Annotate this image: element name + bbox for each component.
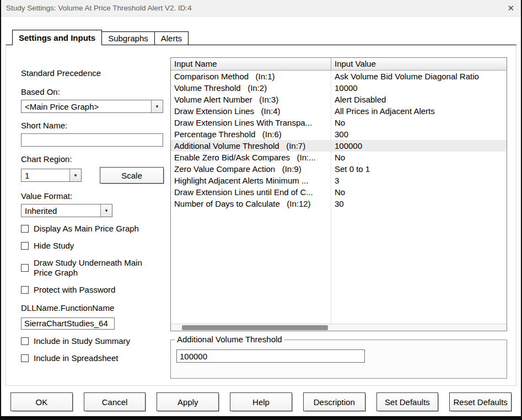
checkbox[interactable] [21,354,29,362]
chevron-down-icon[interactable]: ▼ [100,204,112,217]
table-row[interactable]: Volume Threshold (In:2) 10000 [171,82,507,94]
checkbox-label: Include in Spreadsheet [34,353,118,364]
table-row-empty [171,279,507,290]
checkbox[interactable] [21,242,29,250]
input-name-cell: Draw Extension Lines until End of C... [171,186,331,198]
checkbox-label: Include in Study Summary [34,336,130,347]
input-value-cell [331,256,507,267]
based-on-label: Based On: [21,87,169,96]
inputs-table: Input Name Input Value Comparison Method… [170,57,507,331]
dll-name-label: DLLName.FunctionName [21,303,169,313]
checkbox-label: Protect with Password [34,285,115,295]
value-format-dropdown[interactable]: Inherited ▼ [21,204,112,217]
table-row[interactable]: Zero Value Compare Action (In:9) Set 0 t… [171,163,507,175]
apply-button[interactable]: Apply [157,392,219,411]
table-row[interactable]: Draw Extension Lines (In:4) All Prices i… [171,105,507,117]
selected-input-value-field[interactable] [176,349,365,363]
tab-subgraphs[interactable]: Subgraphs [101,31,155,45]
input-value-cell: 100000 [331,140,507,152]
input-value-cell [331,244,507,256]
checkbox[interactable] [21,286,29,294]
right-inputs-column: Input Name Input Value Comparison Method… [169,45,516,385]
checkbox-include-in-study-summary[interactable]: Include in Study Summary [21,336,169,347]
reset-defaults-button[interactable]: Reset Defaults [449,392,512,411]
chart-region-dropdown[interactable]: 1 ▼ [21,169,82,182]
input-name-cell [171,209,331,221]
table-row-empty [171,256,507,267]
input-name-cell [171,279,331,290]
table-row-empty [171,233,507,244]
tab-alerts[interactable]: Alerts [154,31,189,45]
chart-region-value: 1 [21,171,69,180]
scale-button[interactable]: Scale [100,167,164,184]
table-row[interactable]: Percentage Threshold (In:6) 300 [171,128,507,140]
chevron-down-icon[interactable]: ▼ [69,169,81,181]
input-name-cell: Enable Zero Bid/Ask Compares (In:... [171,152,331,163]
table-row[interactable]: Draw Extension Lines With Transpa... No [171,117,507,128]
input-value-cell [331,267,507,279]
help-button[interactable]: Help [230,392,292,411]
checkbox-hide-study[interactable]: Hide Study [21,241,169,251]
value-format-value: Inherited [21,206,100,216]
table-row-empty [171,244,507,256]
table-row[interactable]: Volume Alert Number (In:3) Alert Disable… [171,94,507,105]
short-name-input[interactable] [21,133,163,147]
input-name-cell: Highlight Adjacent Alerts Minimum ... [171,175,331,186]
horizontal-scrollbar-thumb[interactable] [182,325,328,330]
input-value-cell: 30 [331,198,507,209]
table-row[interactable]: Additional Volume Threshold (In:7) 10000… [171,140,507,152]
set-defaults-button[interactable]: Set Defaults [376,392,439,411]
table-row-empty [171,221,507,233]
input-value-cell: 10000 [331,82,507,94]
input-value-cell [331,209,507,221]
short-name-label: Short Name: [21,121,169,130]
tab-label: Subgraphs [108,34,148,43]
horizontal-scrollbar[interactable] [171,324,507,331]
checkbox[interactable] [21,225,29,233]
table-row[interactable]: Highlight Adjacent Alerts Minimum ... 3 [171,175,507,186]
input-name-cell: Draw Extension Lines (In:4) [171,105,331,117]
input-value-cell [331,314,507,324]
based-on-dropdown[interactable]: <Main Price Graph> ▼ [21,100,163,113]
input-value-cell: 300 [331,128,507,140]
input-name-cell: Volume Alert Number (In:3) [171,94,331,105]
checkbox[interactable] [21,264,29,272]
input-name-cell: Comparison Method (In:1) [171,71,331,82]
column-header-input-value: Input Value [331,58,507,70]
input-value-cell [331,221,507,233]
chart-region-row: 1 ▼ Scale [21,167,169,184]
close-icon[interactable]: ✕ [507,3,514,13]
checkbox-protect-with-password[interactable]: Protect with Password [21,285,169,295]
table-row-empty [171,209,507,221]
input-name-cell: Number of Days to Calculate (In:12) [171,198,331,209]
input-name-cell [171,290,331,302]
input-name-cell [171,302,331,314]
table-row[interactable]: Comparison Method (In:1) Ask Volume Bid … [171,71,507,82]
description-button[interactable]: Description [303,392,365,411]
left-settings-column: Standard Precedence Based On: <Main Pric… [6,45,169,385]
tab-label: Alerts [161,34,182,43]
chart-region-label: Chart Region: [21,154,169,164]
input-value-cell: Ask Volume Bid Volume Diagonal Ratio [331,71,507,82]
table-row[interactable]: Draw Extension Lines until End of C... N… [171,186,507,198]
ok-button[interactable]: OK [10,392,73,411]
input-name-cell: Additional Volume Threshold (In:7) [171,140,331,152]
chevron-down-icon[interactable]: ▼ [151,100,163,112]
checkbox-include-in-spreadsheet[interactable]: Include in Spreadsheet [21,353,169,364]
table-row[interactable]: Number of Days to Calculate (In:12) 30 [171,198,507,209]
input-name-cell [171,233,331,244]
footer-button-row: OKCancelApplyHelpDescriptionSet Defaults… [1,392,521,411]
checkbox[interactable] [21,337,29,345]
input-value-cell: 3 [331,175,507,186]
checkbox-label: Draw Study Underneath Main Price Graph [34,258,152,279]
dll-name-input[interactable] [21,317,115,330]
cancel-button[interactable]: Cancel [84,392,146,411]
title-bar: Study Settings: Volume At Price Threshol… [1,0,521,17]
input-value-cell: Set 0 to 1 [331,163,507,175]
input-name-cell: Zero Value Compare Action (In:9) [171,163,331,175]
checkbox-draw-study-underneath-main-price-graph[interactable]: Draw Study Underneath Main Price Graph [21,258,169,279]
table-row[interactable]: Enable Zero Bid/Ask Compares (In:... No [171,152,507,163]
checkbox-display-as-main-price-graph[interactable]: Display As Main Price Graph [21,224,169,234]
table-row-empty [171,267,507,279]
tab-settings-and-inputs[interactable]: Settings and Inputs [12,30,102,45]
